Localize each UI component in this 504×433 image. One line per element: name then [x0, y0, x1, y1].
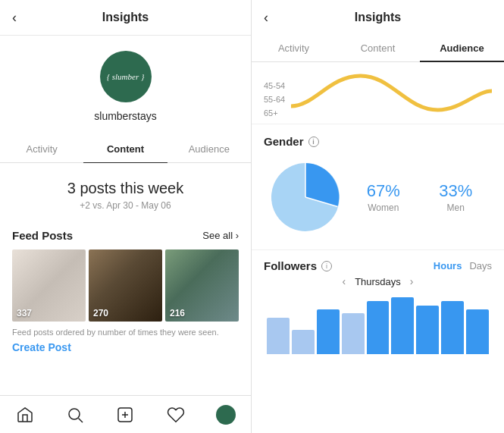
post-thumbnails: 337 270 216	[12, 249, 239, 322]
tab-activity-right[interactable]: Activity	[252, 35, 336, 61]
gender-section: Gender i	[252, 124, 504, 250]
tab-content-right[interactable]: Content	[336, 35, 420, 61]
current-day-label: Thursdays	[355, 276, 401, 287]
bar-3	[342, 313, 365, 354]
feed-posts-section: Feed Posts See all › 337 270 216 Feed po…	[0, 220, 251, 366]
age-labels: 45-54 55-64 65+	[264, 81, 285, 118]
right-title: Insights	[355, 11, 401, 24]
gender-title: Gender	[264, 135, 304, 148]
right-tabs: Activity Content Audience	[252, 35, 504, 62]
followers-info-icon[interactable]: i	[321, 261, 332, 271]
tab-audience-left[interactable]: Audience	[167, 136, 251, 162]
right-panel: ‹ Insights Activity Content Audience 45-…	[252, 0, 504, 433]
followers-bar-chart	[264, 293, 492, 354]
days-nav: ‹ Thursdays ›	[264, 275, 492, 287]
age-label-65: 65+	[264, 108, 285, 118]
nav-heart-icon[interactable]	[166, 405, 186, 425]
bar-1	[292, 330, 315, 354]
days-button[interactable]: Days	[469, 260, 492, 271]
tab-activity-left[interactable]: Activity	[0, 136, 83, 162]
left-tabs: Activity Content Audience	[0, 136, 251, 163]
post-thumb-1[interactable]: 337	[12, 249, 86, 322]
gender-info-icon[interactable]: i	[308, 136, 319, 147]
left-header: ‹ Insights	[0, 0, 251, 36]
age-curve-chart	[291, 68, 492, 118]
age-label-55: 55-64	[264, 95, 285, 104]
followers-title-row: Followers i	[264, 259, 332, 272]
next-day-button[interactable]: ›	[410, 275, 414, 287]
post-count-3: 216	[170, 308, 185, 318]
username: slumberstays	[94, 110, 156, 122]
post-count-1: 337	[17, 308, 32, 318]
posts-summary: 3 posts this week +2 vs. Apr 30 - May 06	[0, 163, 251, 220]
followers-section: Followers i Hours Days ‹ Thursdays ›	[252, 250, 504, 360]
bar-4	[367, 301, 390, 354]
avatar: { slumber }	[100, 51, 152, 102]
left-panel: ‹ Insights { slumber } slumberstays Acti…	[0, 0, 252, 433]
gender-stats: 67% Women 33% Men	[347, 181, 492, 213]
posts-compare: +2 vs. Apr 30 - May 06	[12, 200, 239, 211]
women-pct: 67%	[367, 181, 400, 201]
nav-search-icon[interactable]	[65, 405, 85, 425]
feed-note: Feed posts ordered by number of times th…	[12, 328, 239, 337]
bar-0	[267, 318, 290, 354]
women-stat: 67% Women	[367, 181, 400, 213]
bar-2	[317, 309, 340, 354]
gender-pie-chart	[264, 155, 347, 239]
bar-8	[466, 309, 489, 354]
posts-count: 3 posts this week	[12, 180, 239, 197]
svg-point-0	[69, 409, 80, 419]
age-label-45: 45-54	[264, 81, 285, 90]
tab-audience-right[interactable]: Audience	[420, 35, 504, 61]
men-stat: 33% Men	[439, 181, 472, 213]
nav-home-icon[interactable]	[15, 405, 35, 425]
prev-day-button[interactable]: ‹	[342, 275, 346, 287]
back-button-left[interactable]: ‹	[12, 10, 17, 26]
create-post-link[interactable]: Create Post	[12, 341, 239, 353]
bar-7	[441, 301, 464, 354]
men-label: Men	[439, 202, 472, 213]
bottom-nav	[0, 395, 251, 433]
post-count-2: 270	[93, 308, 108, 318]
age-section: 45-54 55-64 65+	[252, 62, 504, 124]
gender-content: 67% Women 33% Men	[264, 155, 492, 239]
feed-posts-label: Feed Posts	[12, 229, 73, 242]
profile-section: { slumber } slumberstays	[0, 36, 251, 130]
left-title: Insights	[102, 11, 149, 24]
svg-line-1	[79, 418, 83, 422]
men-pct: 33%	[439, 181, 472, 201]
followers-header: Followers i Hours Days	[264, 259, 492, 272]
bar-5	[391, 297, 414, 354]
gender-title-row: Gender i	[264, 135, 492, 148]
nav-profile-avatar[interactable]	[216, 405, 236, 425]
bar-6	[416, 306, 439, 354]
back-button-right[interactable]: ‹	[264, 10, 268, 26]
post-thumb-3[interactable]: 216	[165, 249, 239, 322]
nav-add-icon[interactable]	[115, 405, 135, 425]
women-label: Women	[367, 202, 400, 213]
tab-content-left[interactable]: Content	[83, 136, 167, 162]
followers-title: Followers	[264, 259, 317, 272]
right-header: ‹ Insights	[252, 0, 504, 35]
time-toggle: Hours Days	[434, 260, 492, 271]
hours-button[interactable]: Hours	[434, 260, 462, 271]
feed-posts-header: Feed Posts See all ›	[12, 229, 239, 242]
post-thumb-2[interactable]: 270	[89, 249, 162, 322]
see-all-button[interactable]: See all ›	[202, 230, 239, 241]
